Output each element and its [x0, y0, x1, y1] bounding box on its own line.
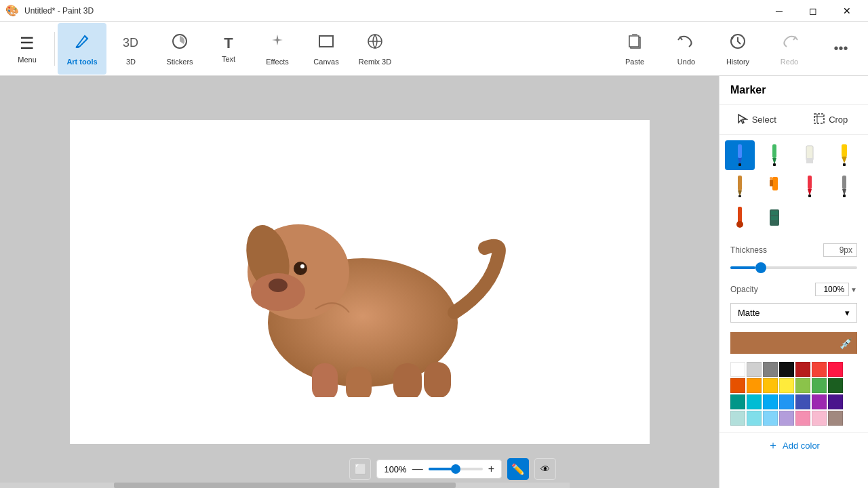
- color-amber[interactable]: [763, 378, 778, 393]
- color-teal[interactable]: [730, 394, 745, 409]
- color-red[interactable]: [812, 362, 827, 377]
- color-gray[interactable]: [763, 362, 778, 377]
- color-row-3: [730, 394, 857, 409]
- svg-point-16: [294, 262, 307, 275]
- maximize-button[interactable]: ◻: [797, 0, 829, 22]
- color-darkorange[interactable]: [730, 378, 745, 393]
- toolbar-remix3d[interactable]: Remix 3D: [351, 23, 399, 75]
- brush-pencil[interactable]: [725, 171, 755, 201]
- canvas-view-button[interactable]: ⬜: [349, 458, 371, 480]
- add-color-button[interactable]: ＋ Add color: [719, 432, 868, 458]
- more-button[interactable]: •••: [816, 23, 865, 75]
- thickness-value[interactable]: 9px: [823, 243, 857, 257]
- zoom-out-button[interactable]: —: [412, 463, 423, 475]
- bottom-controls: ⬜ 100% — + ✏️ 👁: [349, 458, 556, 480]
- color-row-1: [730, 362, 857, 377]
- color-darkpurple[interactable]: [828, 394, 843, 409]
- svg-rect-38: [738, 195, 741, 197]
- stickers-icon: [170, 32, 189, 55]
- toolbar-3d[interactable]: 3D 3D: [106, 23, 155, 75]
- thickness-thumb[interactable]: [755, 262, 766, 273]
- color-lightblue[interactable]: [763, 394, 778, 409]
- color-mint[interactable]: [730, 411, 745, 426]
- svg-rect-28: [772, 144, 776, 158]
- select-label: Select: [752, 115, 776, 125]
- toolbar-canvas[interactable]: Canvas: [302, 23, 351, 75]
- undo-button[interactable]: Undo: [662, 23, 711, 75]
- matte-dropdown[interactable]: Matte ▾: [730, 303, 857, 323]
- svg-rect-8: [629, 36, 639, 47]
- color-lightgreen[interactable]: [795, 378, 810, 393]
- canvas-icon: [317, 32, 336, 55]
- close-button[interactable]: ✕: [831, 0, 863, 22]
- zoom-level: 100%: [384, 464, 406, 474]
- color-white[interactable]: [730, 362, 745, 377]
- color-red2[interactable]: [828, 362, 843, 377]
- brush-highlighter[interactable]: [829, 140, 859, 170]
- color-purple[interactable]: [812, 394, 827, 409]
- color-darkred[interactable]: [795, 362, 810, 377]
- svg-rect-48: [738, 207, 742, 223]
- color-cyan[interactable]: [747, 394, 762, 409]
- color-lightcyan[interactable]: [747, 411, 762, 426]
- svg-point-15: [269, 279, 288, 292]
- color-indigo[interactable]: [795, 394, 810, 409]
- svg-rect-33: [842, 144, 847, 157]
- color-pink[interactable]: [795, 411, 810, 426]
- remix3d-icon: [366, 32, 384, 55]
- color-lavender[interactable]: [779, 411, 794, 426]
- color-swatch-large[interactable]: 💉: [730, 332, 857, 354]
- canvas-paper[interactable]: [70, 120, 650, 444]
- toolbar-text[interactable]: T Text: [204, 23, 253, 75]
- color-green[interactable]: [812, 378, 827, 393]
- redo-button[interactable]: Redo: [765, 23, 814, 75]
- redo-label: Redo: [781, 58, 798, 66]
- color-orange[interactable]: [747, 378, 762, 393]
- eye-tool-button[interactable]: 👁: [534, 458, 556, 480]
- svg-rect-21: [424, 362, 451, 397]
- paste-button[interactable]: Paste: [610, 23, 659, 75]
- brush-oil[interactable]: [725, 203, 755, 232]
- zoom-slider-track[interactable]: [429, 468, 483, 470]
- zoom-controls: 100% — +: [376, 460, 502, 479]
- svg-rect-27: [738, 163, 741, 166]
- color-darkgreen[interactable]: [828, 378, 843, 393]
- opacity-value[interactable]: 100%: [815, 283, 849, 296]
- eyedropper-icon[interactable]: 💉: [840, 337, 853, 350]
- brush-marker3[interactable]: [829, 171, 859, 201]
- window-title: Untitled* - Paint 3D: [24, 6, 94, 16]
- toolbar-effects[interactable]: Effects: [253, 23, 302, 75]
- zoom-in-button[interactable]: +: [488, 463, 494, 475]
- brush-texture[interactable]: [760, 203, 789, 232]
- svg-rect-25: [738, 144, 742, 158]
- canvas-area[interactable]: ⬜ 100% — + ✏️ 👁: [0, 76, 719, 488]
- toolbar-menu[interactable]: ☰ Menu: [3, 23, 52, 75]
- minimize-button[interactable]: ─: [764, 0, 795, 22]
- toolbar-stickers[interactable]: Stickers: [155, 23, 204, 75]
- brush-marker2[interactable]: [795, 171, 825, 201]
- color-brown[interactable]: [828, 411, 843, 426]
- brush-spray[interactable]: [760, 171, 789, 201]
- thickness-slider[interactable]: [730, 261, 857, 274]
- toolbar-art-tools[interactable]: Art tools: [58, 23, 106, 75]
- select-button[interactable]: Select: [719, 105, 794, 134]
- brush-tool-button[interactable]: ✏️: [507, 458, 529, 480]
- color-blue[interactable]: [779, 394, 794, 409]
- brush-eraser[interactable]: [795, 140, 825, 170]
- color-skyblue[interactable]: [763, 411, 778, 426]
- horizontal-scrollbar[interactable]: [0, 483, 570, 488]
- color-yellow[interactable]: [779, 378, 794, 393]
- brush-marker[interactable]: [725, 140, 755, 170]
- stickers-label: Stickers: [166, 58, 193, 66]
- svg-rect-51: [771, 211, 778, 215]
- color-lightpink[interactable]: [812, 411, 827, 426]
- color-black[interactable]: [779, 362, 794, 377]
- art-tools-icon: [73, 32, 92, 55]
- svg-point-49: [736, 221, 743, 228]
- color-lightgray[interactable]: [747, 362, 762, 377]
- brush-pen[interactable]: [760, 140, 789, 170]
- thickness-fill: [730, 266, 755, 269]
- crop-button[interactable]: Crop: [794, 105, 869, 134]
- history-button[interactable]: History: [713, 23, 762, 75]
- zoom-slider-thumb[interactable]: [451, 464, 460, 474]
